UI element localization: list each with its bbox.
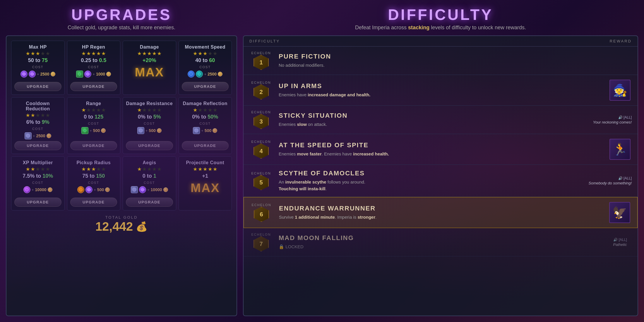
echelon-label-5: ECHELON [251,172,271,175]
aegis-stars [137,167,161,171]
damage-resistance-upgrade-btn[interactable]: UPGRADE [126,141,173,150]
svg-marker-10 [141,188,144,191]
echelon-label-6: ECHELON [251,203,271,207]
max-hp-icon-0 [20,71,28,78]
upgrade-card-damage: Damage+20%MAX [123,41,176,95]
aegis-cost-label: COST [144,181,155,184]
xp-multiplier-name: XP Multiplier [23,160,53,165]
svg-marker-0 [22,72,26,76]
cooldown-reduction-cost-amount: 2500 [36,133,45,138]
svg-marker-3 [86,72,90,76]
upgrade-card-damage-reflection: Damage Reflection0% to 50%COST+500UPGRAD… [179,97,232,154]
echelon-reward-7: 🔊 [ALL]Pathetic [608,238,632,247]
damage-resistance-name: Damage Resistance [126,101,173,106]
max-hp-stars [26,52,50,56]
echelon-reward-image-6: 🦅 [609,202,630,223]
echelon-reward-image-4: 🏃 [609,139,631,160]
echelon-row-6[interactable]: ECHELON6ENDURANCE WARRUNNERSurvive 1 add… [244,197,638,228]
damage-resistance-value: 0% to 5% [138,114,161,120]
svg-marker-1 [30,72,34,76]
damage-reflection-stars [193,108,217,112]
projectile-count-value: +1 [202,173,208,179]
echelon-row-1[interactable]: ECHELON1PURE FICTIONNo additional modifi… [244,47,638,75]
echelon-name-1: PURE FICTION [279,53,602,60]
movement-speed-upgrade-btn[interactable]: UPGRADE [182,82,229,91]
echelon-block-4: ECHELON4 [249,140,273,159]
xp-multiplier-upgrade-btn[interactable]: UPGRADE [14,198,61,207]
upgrade-card-cooldown-reduction: Cooldown Reduction6% to 9%COST+2500UPGRA… [11,97,65,154]
echelon-desc-3: Enemies slow on attack. [279,121,587,128]
diff-header-reward: REWARD [610,39,632,43]
svg-marker-7 [25,188,29,191]
echelon-row-4[interactable]: ECHELON4AT THE SPEED OF SPITEEnemies mov… [244,134,638,165]
aegis-upgrade-btn[interactable]: UPGRADE [126,198,173,207]
upgrade-card-range: Range0 to 125COST+500UPGRADE [67,97,121,154]
cooldown-reduction-coin [47,133,51,138]
movement-speed-cost-row: +2500 [188,71,222,78]
range-coin [101,128,106,133]
pickup-radius-coin [105,187,110,192]
upgrade-card-aegis: Aegis0 to 1COST+10000UPGRADE [123,156,176,210]
damage-reflection-upgrade-btn[interactable]: UPGRADE [182,141,229,150]
echelon-info-5: SCYTHE OF DAMOCLESAn invulnerable scythe… [279,169,583,192]
echelon-desc-7: 🔒 LOCKED [279,244,602,250]
aegis-value: 0 to 1 [143,173,156,179]
diff-header: DIFFICULTY REWARD [244,36,638,47]
max-hp-upgrade-btn[interactable]: UPGRADE [14,82,61,91]
echelon-name-5: SCYTHE OF DAMOCLES [279,169,583,177]
aegis-cost-row: +10000 [131,186,168,193]
gold-coin-icon: 💰 [136,221,148,232]
hp-regen-upgrade-btn[interactable]: UPGRADE [70,82,117,91]
xp-multiplier-cost-row: +10000 [23,186,52,193]
echelon-row-5[interactable]: ECHELON5SCYTHE OF DAMOCLESAn invulnerabl… [244,165,638,197]
echelon-reward-audio-3: 🔊 [ALL]Your reckoning comes! [593,115,632,124]
upgrade-card-pickup-radius: Pickup Radius75 to 150COST+500UPGRADE [67,156,121,210]
svg-point-8 [79,188,83,191]
aegis-icon-0 [131,186,138,193]
hp-regen-coin [106,72,111,76]
hp-regen-icon-0 [76,71,83,78]
range-icon-0 [81,127,88,134]
upgrades-container: Max HP50 to 75COST+2500UPGRADEHP Regen0.… [6,35,237,316]
echelon-row-2[interactable]: ECHELON2UP IN ARMSEnemies have increased… [244,75,638,106]
cooldown-reduction-icon-0 [25,132,32,139]
svg-marker-6 [83,129,87,132]
echelon-num-3: 3 [254,114,269,129]
damage-reflection-name: Damage Reflection [183,101,227,106]
pickup-radius-name: Pickup Radius [76,160,111,165]
cooldown-reduction-stars [26,113,50,117]
echelon-reward-image-2: 🧙 [609,80,631,101]
xp-multiplier-cost-label: COST [32,181,44,184]
echelon-num-1: 1 [254,55,269,70]
movement-speed-stars [193,52,217,56]
xp-multiplier-stars [26,167,50,171]
echelon-block-2: ECHELON2 [249,81,273,100]
echelon-row-3[interactable]: ECHELON3STICKY SITUATIONEnemies slow on … [244,106,638,134]
damage-reflection-coin [213,128,217,133]
aegis-name: Aegis [143,160,156,165]
pickup-radius-icon-0 [77,186,84,193]
projectile-count-stars [193,167,217,171]
echelon-info-2: UP IN ARMSEnemies have increased damage … [279,82,602,98]
echelon-name-3: STICKY SITUATION [279,112,587,119]
echelon-label-3: ECHELON [251,110,271,114]
difficulty-panel: DIFFICULTY Defeat Imperia across stackin… [243,6,638,316]
diff-header-difficulty: DIFFICULTY [249,39,280,43]
echelon-desc-5: An invulnerable scythe follows you aroun… [279,179,583,192]
pickup-radius-cost-amount: 500 [97,187,104,192]
movement-speed-icon-0 [188,71,195,78]
total-gold-label: TOTAL GOLD [11,215,232,220]
hp-regen-icon-1 [84,71,91,78]
hp-regen-cost-amount: 1000 [96,72,105,76]
total-gold-amount: 12,442 💰 [11,220,232,234]
upgrade-card-hp-regen: HP Regen0.25 to 0.5COST+1000UPGRADE [67,41,121,95]
movement-speed-value: 40 to 60 [195,57,215,64]
range-cost-amount: 500 [93,128,100,133]
pickup-radius-upgrade-btn[interactable]: UPGRADE [70,198,117,207]
cooldown-reduction-upgrade-btn[interactable]: UPGRADE [14,141,61,150]
echelon-row-7[interactable]: ECHELON7MAD MOON FALLING🔒 LOCKED🔊 [ALL]P… [244,228,638,256]
echelon-reward-2: 🧙 [608,80,632,101]
range-upgrade-btn[interactable]: UPGRADE [70,141,117,150]
damage-resistance-cost-label: COST [144,122,155,125]
echelon-name-6: ENDURANCE WARRUNNER [279,205,602,212]
